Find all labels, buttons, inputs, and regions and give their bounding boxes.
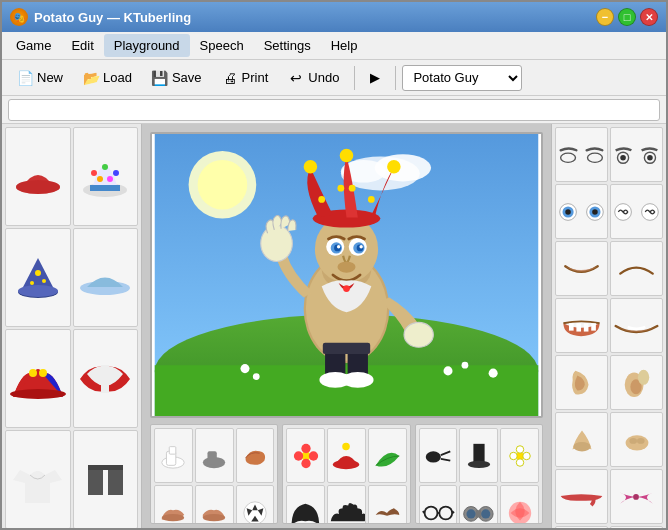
accessory-blue-hat[interactable] — [73, 228, 139, 327]
svg-point-32 — [253, 373, 260, 380]
accessory-glasses[interactable] — [419, 485, 458, 524]
accessory-ear-1[interactable] — [555, 355, 608, 410]
svg-point-84 — [333, 459, 359, 468]
menu-edit[interactable]: Edit — [61, 34, 103, 57]
accessory-hair-curly[interactable] — [327, 485, 366, 524]
svg-point-42 — [340, 149, 354, 163]
new-button[interactable]: 📄 New — [8, 66, 72, 90]
accessory-binoculars[interactable] — [459, 485, 498, 524]
new-label: New — [37, 70, 63, 85]
accessory-shoe-left[interactable] — [154, 485, 193, 524]
svg-point-82 — [294, 451, 303, 460]
svg-point-44 — [318, 196, 325, 203]
accessory-mouth-1[interactable] — [555, 241, 608, 296]
svg-point-46 — [337, 185, 344, 192]
accessory-flower2[interactable] — [500, 428, 539, 483]
svg-point-35 — [489, 369, 498, 378]
accessory-shirt[interactable] — [5, 430, 71, 529]
svg-point-91 — [468, 461, 490, 468]
svg-point-117 — [588, 153, 603, 162]
accessory-wizard-hat[interactable] — [5, 228, 71, 327]
main-content — [2, 124, 666, 530]
main-scene[interactable] — [150, 132, 543, 418]
accessory-candy[interactable] — [500, 485, 539, 524]
accessory-soccer-ball[interactable] — [236, 485, 275, 524]
scene-svg — [152, 134, 541, 416]
accessory-eyes-3[interactable] — [555, 184, 608, 239]
accessory-nose-2[interactable] — [610, 412, 663, 467]
accessory-mouth-2[interactable] — [610, 241, 663, 296]
svg-rect-18 — [101, 365, 109, 393]
menu-playground[interactable]: Playground — [104, 34, 190, 57]
accessory-hat-tall[interactable] — [459, 428, 498, 483]
svg-point-33 — [444, 366, 453, 375]
accessory-sausage[interactable] — [236, 428, 275, 483]
accessory-boot-pair[interactable] — [195, 428, 234, 483]
accessory-bow-tie[interactable] — [610, 469, 663, 524]
toolbar: 📄 New 📂 Load 💾 Save 🖨 Print ↩ Undo ▶ Pot… — [2, 60, 666, 96]
menu-speech[interactable]: Speech — [190, 34, 254, 57]
svg-point-95 — [509, 452, 516, 459]
search-input[interactable] — [8, 99, 660, 121]
menu-help[interactable]: Help — [321, 34, 368, 57]
accessory-green-leaf[interactable] — [368, 428, 407, 483]
svg-point-94 — [516, 458, 523, 465]
accessory-nose-1[interactable] — [555, 412, 608, 467]
accessory-pig-nose[interactable] — [555, 526, 608, 530]
load-button[interactable]: 📂 Load — [74, 66, 141, 90]
accessory-mouth-3[interactable] — [555, 298, 608, 353]
accessory-jester-hat[interactable] — [5, 329, 71, 428]
accessory-mouth-4[interactable] — [610, 298, 663, 353]
close-button[interactable]: ✕ — [640, 8, 658, 26]
menu-game[interactable]: Game — [6, 34, 61, 57]
print-icon: 🖨 — [222, 70, 238, 86]
accessory-nose-big2[interactable] — [610, 526, 663, 530]
minimize-button[interactable]: − — [596, 8, 614, 26]
svg-rect-30 — [155, 365, 539, 416]
svg-point-121 — [647, 155, 653, 161]
undo-button[interactable]: ↩ Undo — [279, 66, 348, 90]
new-icon: 📄 — [17, 70, 33, 86]
accessory-shorts[interactable] — [73, 430, 139, 529]
accessory-jester-collar[interactable] — [73, 329, 139, 428]
accessory-eyes-1[interactable] — [555, 127, 608, 182]
svg-point-105 — [467, 509, 476, 518]
accessory-red-flower[interactable] — [286, 428, 325, 483]
accessory-scarf[interactable] — [555, 469, 608, 524]
accessory-ear-2[interactable] — [610, 355, 663, 410]
svg-point-45 — [368, 196, 375, 203]
accessory-dark-wig[interactable] — [286, 485, 325, 524]
svg-point-97 — [424, 506, 437, 519]
accessory-white-boots[interactable] — [154, 428, 193, 483]
maximize-button[interactable]: □ — [618, 8, 636, 26]
titlebar-left: 🎭 Potato Guy — KTuberling — [10, 8, 191, 26]
svg-rect-3 — [90, 185, 120, 191]
svg-rect-67 — [170, 446, 177, 453]
accessory-eyepatch[interactable] — [419, 428, 458, 483]
character-selector[interactable]: Potato Guy Aquarium Halloween — [402, 65, 522, 91]
svg-point-116 — [561, 153, 576, 162]
undo-label: Undo — [308, 70, 339, 85]
svg-point-137 — [573, 441, 590, 451]
svg-line-101 — [452, 511, 454, 513]
accessory-eyes-2[interactable] — [610, 127, 663, 182]
accessory-mustache[interactable] — [368, 485, 407, 524]
svg-rect-132 — [584, 323, 589, 331]
svg-point-140 — [637, 438, 645, 444]
svg-point-5 — [102, 164, 108, 170]
svg-point-10 — [18, 285, 58, 297]
print-button[interactable]: 🖨 Print — [213, 66, 278, 90]
forward-button[interactable]: ▶ — [361, 64, 389, 92]
svg-point-55 — [359, 245, 362, 248]
toolbar-separator — [354, 66, 355, 90]
accessory-eyes-4[interactable] — [610, 184, 663, 239]
titlebar-controls[interactable]: − □ ✕ — [596, 8, 658, 26]
app-icon: 🎭 — [10, 8, 28, 26]
accessory-shoe-right[interactable] — [195, 485, 234, 524]
accessory-red-hat[interactable] — [5, 127, 71, 226]
svg-point-12 — [30, 281, 34, 285]
accessory-colorful-hat[interactable] — [73, 127, 139, 226]
accessory-hat-jester2[interactable] — [327, 428, 366, 483]
save-button[interactable]: 💾 Save — [143, 66, 211, 90]
menu-settings[interactable]: Settings — [254, 34, 321, 57]
